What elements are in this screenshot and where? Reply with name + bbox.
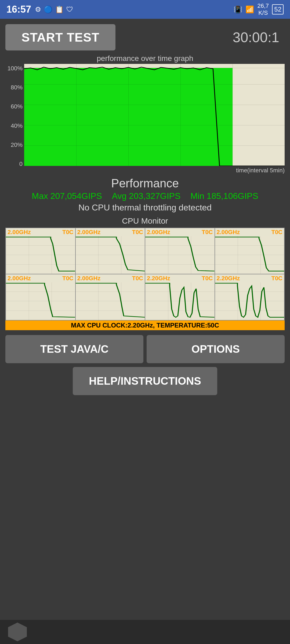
cpu-cell-2-temp: T0C — [132, 229, 143, 236]
perf-min: Min 185,106GIPS — [190, 191, 258, 201]
home-button[interactable] — [8, 623, 27, 641]
cpu-cell-3-header: 2.00GHz T0C — [145, 228, 215, 236]
cpu-cell-3: 2.00GHz T0C — [145, 228, 215, 274]
cpu-cell-6: 2.00GHz T0C — [76, 274, 145, 320]
cpu-cell-4-svg — [215, 236, 284, 274]
data-icon: 🔵 — [44, 5, 52, 14]
status-bar: 16:57 ⚙ 🔵 📋 🛡 📳 📶 26,7 K/S 52 — [0, 0, 290, 19]
cpu-grid: 2.00GHz T0C — [5, 228, 285, 321]
cpu-cell-5-freq: 2.00GHz — [8, 275, 31, 282]
cpu-cell-8-graph — [215, 282, 284, 320]
cpu-cell-3-temp: T0C — [202, 229, 213, 236]
cpu-cell-2-graph — [76, 236, 145, 274]
y-label-60: 60% — [5, 103, 23, 110]
vibrate-icon: 📳 — [234, 5, 242, 14]
perf-max: Max 207,054GIPS — [32, 191, 102, 201]
bottom-nav — [0, 620, 290, 644]
cpu-cell-5: 2.00GHz T0C — [6, 274, 75, 320]
cpu-cell-5-temp: T0C — [62, 275, 74, 282]
cpu-cell-8-svg — [215, 282, 284, 320]
cpu-cell-8-header: 2.20GHz T0C — [215, 274, 284, 282]
cpu-cell-1-header: 2.00GHz T0C — [6, 228, 75, 236]
help-btn-row: HELP/INSTRUCTIONS — [5, 367, 285, 395]
y-label-100: 100% — [5, 65, 23, 72]
cpu-cell-5-graph — [6, 282, 75, 320]
start-test-button[interactable]: START TEST — [5, 24, 115, 50]
green-fill — [24, 68, 233, 166]
performance-stats: Max 207,054GIPS Avg 203,327GIPS Min 185,… — [5, 191, 285, 201]
cpu-cell-7-graph — [145, 282, 215, 320]
cpu-cell-1-graph — [6, 236, 75, 274]
x-axis-label: time(interval 5min) — [24, 166, 285, 174]
cpu-cell-6-freq: 2.00GHz — [77, 275, 101, 282]
cpu-cell-2: 2.00GHz T0C — [76, 228, 145, 274]
cpu-cell-4-freq: 2.00GHz — [217, 229, 240, 236]
y-label-80: 80% — [5, 84, 23, 91]
sim-icon: 📋 — [55, 5, 64, 14]
cpu-cell-4-temp: T0C — [271, 229, 282, 236]
top-row: START TEST 30:00:1 — [5, 24, 285, 50]
status-time: 16:57 — [6, 4, 31, 15]
cpu-cell-5-svg — [6, 282, 75, 320]
y-label-0: 0 — [5, 161, 23, 168]
cpu-cell-7-svg — [145, 282, 215, 320]
cpu-cell-3-freq: 2.00GHz — [147, 229, 170, 236]
graph-area: 100% 80% 60% 40% 20% 0 — [5, 64, 285, 174]
cpu-cell-4-graph — [215, 236, 284, 274]
cpu-cell-2-header: 2.00GHz T0C — [76, 228, 145, 236]
cpu-cell-6-temp: T0C — [132, 275, 143, 282]
cpu-cell-7-freq: 2.20GHz — [147, 275, 170, 282]
no-throttle-label: No CPU thermal throttling detected — [5, 203, 285, 213]
perf-avg: Avg 203,327GIPS — [112, 191, 181, 201]
cpu-max-label: MAX CPU CLOCK:2.20GHz, TEMPERATURE:50C — [5, 321, 285, 330]
cpu-cell-1-freq: 2.00GHz — [8, 229, 31, 236]
cpu-cell-7-temp: T0C — [202, 275, 213, 282]
test-java-c-button[interactable]: TEST JAVA/C — [5, 335, 143, 363]
cpu-cell-4-header: 2.00GHz T0C — [215, 228, 284, 236]
wifi-icon: 📶 — [245, 5, 254, 14]
help-instructions-button[interactable]: HELP/INSTRUCTIONS — [73, 367, 217, 395]
timer-display: 30:00:1 — [115, 29, 285, 45]
y-label-40: 40% — [5, 122, 23, 129]
y-label-20: 20% — [5, 141, 23, 148]
cpu-cell-7: 2.20GHz T0C — [145, 274, 215, 320]
cpu-cell-6-svg — [76, 282, 145, 320]
cpu-cell-3-graph — [145, 236, 215, 274]
shield-icon: 🛡 — [66, 5, 73, 14]
cpu-cell-1-svg — [6, 236, 75, 274]
cpu-monitor-title: CPU Monitor — [5, 216, 285, 225]
cpu-monitor-section: CPU Monitor 2.00GHz T0C — [5, 216, 285, 330]
battery-level: 52 — [274, 6, 281, 13]
cpu-cell-6-header: 2.00GHz T0C — [76, 274, 145, 282]
cpu-cell-7-header: 2.20GHz T0C — [145, 274, 215, 282]
performance-title: Performance — [5, 177, 285, 190]
cpu-cell-8-freq: 2.20GHz — [217, 275, 240, 282]
chart-canvas — [24, 64, 285, 166]
cpu-cell-1-temp: T0C — [62, 229, 74, 236]
net-speed: 26,7 K/S — [257, 2, 269, 17]
chart-wrapper: time(interval 5min) — [24, 64, 285, 174]
settings-icon: ⚙ — [35, 5, 41, 14]
cpu-cell-5-header: 2.00GHz T0C — [6, 274, 75, 282]
cpu-cell-4: 2.00GHz T0C — [215, 228, 284, 274]
main-content: START TEST 30:00:1 performance over time… — [0, 19, 290, 395]
bottom-buttons: TEST JAVA/C OPTIONS — [5, 335, 285, 363]
cpu-cell-2-freq: 2.00GHz — [77, 229, 101, 236]
cpu-cell-6-graph — [76, 282, 145, 320]
graph-title: performance over time graph — [5, 54, 285, 63]
battery-indicator: 52 — [272, 4, 284, 14]
cpu-cell-8: 2.20GHz T0C — [215, 274, 284, 320]
cpu-cell-3-svg — [145, 236, 215, 274]
y-axis: 100% 80% 60% 40% 20% 0 — [5, 64, 24, 174]
performance-graph-container: performance over time graph 100% 80% 60%… — [5, 54, 285, 174]
performance-section: Performance Max 207,054GIPS Avg 203,327G… — [5, 177, 285, 213]
cpu-cell-2-svg — [76, 236, 145, 274]
cpu-cell-8-temp: T0C — [271, 275, 282, 282]
cpu-cell-1: 2.00GHz T0C — [6, 228, 75, 274]
options-button[interactable]: OPTIONS — [147, 335, 285, 363]
